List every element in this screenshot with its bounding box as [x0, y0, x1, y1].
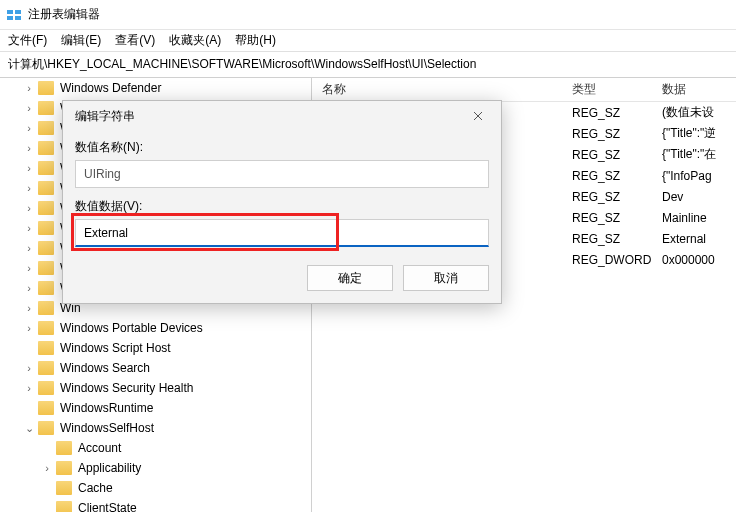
window-titlebar: 注册表编辑器	[0, 0, 736, 30]
dialog-title: 编辑字符串	[75, 108, 135, 125]
menu-view[interactable]: 查看(V)	[115, 32, 155, 49]
dialog-titlebar: 编辑字符串	[63, 101, 501, 131]
tree-item-label: WindowsRuntime	[60, 401, 153, 415]
folder-icon	[38, 281, 54, 295]
menu-favorites[interactable]: 收藏夹(A)	[169, 32, 221, 49]
tree-item-label: Applicability	[78, 461, 141, 475]
folder-icon	[38, 261, 54, 275]
tree-item-label: Account	[78, 441, 121, 455]
cell-data: 0x000000	[662, 253, 736, 267]
address-bar[interactable]: 计算机\HKEY_LOCAL_MACHINE\SOFTWARE\Microsof…	[0, 52, 736, 78]
folder-icon	[56, 501, 72, 512]
folder-icon	[56, 481, 72, 495]
folder-icon	[38, 241, 54, 255]
tree-item-label: Windows Security Health	[60, 381, 193, 395]
tree-toggle-icon[interactable]	[22, 162, 36, 174]
tree-item[interactable]: WindowsSelfHost	[0, 418, 311, 438]
tree-toggle-icon[interactable]	[22, 102, 36, 114]
tree-item[interactable]: Cache	[0, 478, 311, 498]
cell-data: Mainline	[662, 211, 736, 225]
folder-icon	[38, 181, 54, 195]
tree-item[interactable]: Windows Script Host	[0, 338, 311, 358]
folder-icon	[38, 401, 54, 415]
folder-icon	[38, 121, 54, 135]
tree-toggle-icon[interactable]	[22, 82, 36, 94]
tree-item-label: Windows Defender	[60, 81, 161, 95]
menu-file[interactable]: 文件(F)	[8, 32, 47, 49]
folder-icon	[38, 201, 54, 215]
tree-item[interactable]: Windows Portable Devices	[0, 318, 311, 338]
tree-item[interactable]: WindowsRuntime	[0, 398, 311, 418]
folder-icon	[38, 321, 54, 335]
tree-toggle-icon[interactable]	[22, 282, 36, 294]
cell-type: REG_SZ	[572, 127, 662, 141]
tree-item[interactable]: Applicability	[0, 458, 311, 478]
cell-type: REG_SZ	[572, 148, 662, 162]
svg-rect-0	[7, 10, 13, 14]
column-name[interactable]: 名称	[312, 81, 572, 98]
value-name-label: 数值名称(N):	[75, 139, 489, 156]
edit-string-dialog: 编辑字符串 数值名称(N): 数值数据(V): 确定 取消	[62, 100, 502, 304]
tree-toggle-icon[interactable]	[22, 422, 36, 435]
cancel-button[interactable]: 取消	[403, 265, 489, 291]
value-data-label: 数值数据(V):	[75, 198, 489, 215]
column-type[interactable]: 类型	[572, 81, 662, 98]
dialog-close-button[interactable]	[463, 106, 493, 126]
column-data[interactable]: 数据	[662, 81, 736, 98]
folder-icon	[38, 81, 54, 95]
tree-toggle-icon[interactable]	[22, 142, 36, 154]
cell-data: Dev	[662, 190, 736, 204]
cell-type: REG_SZ	[572, 211, 662, 225]
folder-icon	[38, 161, 54, 175]
tree-toggle-icon[interactable]	[22, 202, 36, 214]
tree-toggle-icon[interactable]	[22, 362, 36, 374]
value-data-input[interactable]	[75, 219, 489, 247]
tree-item-label: ClientState	[78, 501, 137, 512]
cell-type: REG_SZ	[572, 190, 662, 204]
tree-toggle-icon[interactable]	[22, 302, 36, 314]
tree-toggle-icon[interactable]	[40, 462, 54, 474]
folder-icon	[38, 141, 54, 155]
tree-item[interactable]: ClientState	[0, 498, 311, 512]
tree-item[interactable]: Account	[0, 438, 311, 458]
cell-data: External	[662, 232, 736, 246]
tree-toggle-icon[interactable]	[22, 122, 36, 134]
tree-item-label: Windows Search	[60, 361, 150, 375]
value-name-input[interactable]	[75, 160, 489, 188]
folder-icon	[38, 381, 54, 395]
folder-icon	[38, 421, 54, 435]
tree-toggle-icon[interactable]	[22, 322, 36, 334]
cell-type: REG_SZ	[572, 106, 662, 120]
list-header: 名称 类型 数据	[312, 78, 736, 102]
cell-type: REG_DWORD	[572, 253, 662, 267]
svg-rect-3	[15, 16, 21, 20]
tree-item[interactable]: Windows Security Health	[0, 378, 311, 398]
folder-icon	[56, 441, 72, 455]
tree-toggle-icon[interactable]	[22, 382, 36, 394]
menu-edit[interactable]: 编辑(E)	[61, 32, 101, 49]
window-title: 注册表编辑器	[28, 6, 100, 23]
cell-data: (数值未设	[662, 104, 736, 121]
svg-rect-2	[7, 16, 13, 20]
tree-item-label: Windows Script Host	[60, 341, 171, 355]
folder-icon	[38, 221, 54, 235]
tree-item[interactable]: Windows Defender	[0, 78, 311, 98]
svg-rect-1	[15, 10, 21, 14]
tree-item[interactable]: Windows Search	[0, 358, 311, 378]
folder-icon	[38, 301, 54, 315]
tree-toggle-icon[interactable]	[22, 242, 36, 254]
cell-data: {"Title":"逆	[662, 125, 736, 142]
folder-icon	[38, 101, 54, 115]
tree-item-label: WindowsSelfHost	[60, 421, 154, 435]
tree-toggle-icon[interactable]	[22, 262, 36, 274]
tree-item-label: Windows Portable Devices	[60, 321, 203, 335]
folder-icon	[56, 461, 72, 475]
tree-toggle-icon[interactable]	[22, 182, 36, 194]
address-path: 计算机\HKEY_LOCAL_MACHINE\SOFTWARE\Microsof…	[8, 56, 476, 73]
tree-toggle-icon[interactable]	[22, 222, 36, 234]
ok-button[interactable]: 确定	[307, 265, 393, 291]
cell-data: {"InfoPag	[662, 169, 736, 183]
cell-data: {"Title":"在	[662, 146, 736, 163]
menu-help[interactable]: 帮助(H)	[235, 32, 276, 49]
close-icon	[473, 111, 483, 121]
